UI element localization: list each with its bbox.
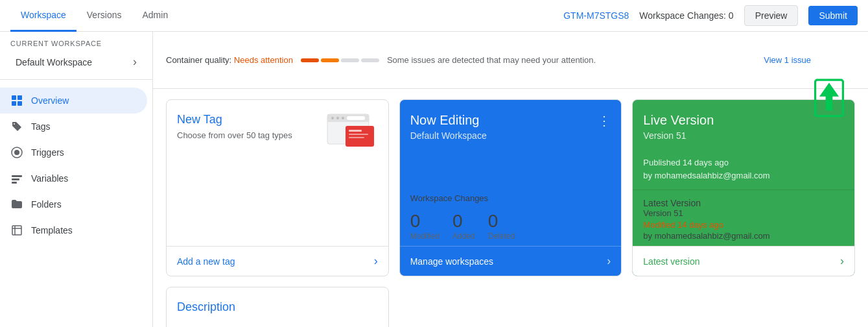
modified-label: Modified — [410, 232, 440, 241]
now-editing-footer[interactable]: Manage workspaces › — [400, 246, 622, 276]
quality-bar-1 — [301, 58, 319, 62]
three-dots-menu[interactable]: ⋮ — [598, 113, 611, 128]
latest-version-by: by mohamedsalahbiz@gmail.com — [643, 231, 844, 241]
new-tag-card: New Tag Choose from over 50 tag types — [166, 99, 389, 276]
quality-banner: Container quality: Needs attention Some … — [153, 32, 868, 89]
latest-version-link[interactable]: Latest version — [643, 256, 699, 267]
ws-changes-counts: 0 Modified 0 Added 0 Deleted — [410, 211, 611, 241]
quality-bars — [301, 58, 379, 62]
gtm-id: GTM-M7STGS8 — [563, 10, 629, 21]
latest-version-title: Latest Version — [643, 198, 844, 208]
live-version-footer[interactable]: Latest version › — [633, 246, 854, 276]
sidebar-nav: Overview Tags Trigger — [0, 85, 152, 327]
sidebar-item-overview[interactable]: Overview — [0, 88, 147, 114]
sidebar-item-triggers[interactable]: Triggers — [0, 139, 147, 165]
quality-bar-2 — [321, 58, 339, 62]
svg-rect-6 — [12, 175, 22, 177]
added-number: 0 — [452, 211, 463, 232]
workspace-name: Default Workspace — [16, 57, 92, 67]
deleted-label: Deleted — [488, 232, 515, 241]
sidebar-overview-label: Overview — [31, 95, 69, 106]
description-card-body: Description — [167, 287, 388, 327]
svg-point-15 — [336, 117, 339, 119]
sidebar-divider — [0, 79, 152, 80]
sidebar-item-tags[interactable]: Tags — [0, 114, 147, 139]
svg-rect-19 — [349, 130, 362, 132]
new-tag-content: New Tag Choose from over 50 tag types — [177, 113, 318, 140]
tag-illustration — [326, 113, 378, 152]
main-layout: CURRENT WORKSPACE Default Workspace › Ov… — [0, 32, 868, 327]
quality-bar-4 — [361, 58, 379, 62]
templates-icon — [10, 224, 23, 237]
quality-bar-3 — [341, 58, 359, 62]
nav-tabs: Workspace Versions Admin — [10, 0, 178, 31]
latest-version-chevron: › — [840, 254, 844, 268]
description-title: Description — [177, 300, 378, 314]
arrow-up-icon — [814, 79, 845, 119]
cards-grid: New Tag Choose from over 50 tag types — [153, 89, 868, 287]
svg-rect-20 — [349, 134, 368, 135]
svg-rect-8 — [12, 182, 17, 184]
new-tag-title: New Tag — [177, 113, 318, 127]
content-area: Container quality: Needs attention Some … — [153, 32, 868, 327]
workspace-changes-text: Workspace Changes: 0 — [639, 10, 733, 21]
added-label: Added — [452, 232, 475, 241]
description-card: Description Edit description › — [166, 287, 389, 327]
add-new-tag-link[interactable]: Add a new tag — [177, 256, 235, 267]
manage-workspaces-link[interactable]: Manage workspaces — [410, 256, 493, 267]
now-editing-subtitle: Default Workspace — [410, 130, 487, 141]
submit-button[interactable]: Submit — [808, 6, 858, 25]
svg-rect-18 — [346, 126, 374, 147]
svg-point-16 — [342, 117, 344, 119]
deleted-count-item: 0 Deleted — [488, 211, 515, 241]
latest-version-section: Latest Version Version 51 Modified 14 da… — [633, 189, 854, 246]
svg-rect-0 — [12, 95, 16, 100]
triggers-icon — [10, 146, 23, 159]
current-workspace-label: CURRENT WORKSPACE — [0, 32, 152, 50]
tab-admin[interactable]: Admin — [132, 0, 178, 32]
svg-marker-11 — [819, 82, 839, 110]
deleted-number: 0 — [488, 211, 499, 232]
live-published-by: by mohamedsalahbiz@gmail.com — [643, 169, 844, 182]
nav-right: GTM-M7STGS8 Workspace Changes: 0 Preview… — [563, 5, 858, 26]
sidebar-triggers-label: Triggers — [31, 147, 64, 158]
live-published-text: Published 14 days ago — [643, 156, 844, 169]
modified-number: 0 — [410, 211, 421, 232]
svg-rect-2 — [12, 101, 16, 106]
svg-point-5 — [14, 150, 19, 155]
workspace-chevron-icon: › — [133, 55, 137, 69]
quality-label: Container quality: Needs attention — [166, 55, 293, 65]
now-editing-text: Now Editing Default Workspace — [410, 113, 487, 141]
manage-workspaces-chevron: › — [607, 254, 611, 268]
svg-rect-3 — [18, 101, 22, 106]
tab-versions[interactable]: Versions — [76, 0, 132, 32]
added-count-item: 0 Added — [452, 211, 475, 241]
sidebar-folders-label: Folders — [31, 199, 62, 210]
modified-count-item: 0 Modified — [410, 211, 440, 241]
tab-workspace[interactable]: Workspace — [10, 0, 76, 32]
ws-changes-title: Workspace Changes — [410, 193, 611, 203]
sidebar-item-templates[interactable]: Templates — [0, 217, 147, 243]
top-nav: Workspace Versions Admin GTM-M7STGS8 Wor… — [0, 0, 868, 32]
variables-icon — [10, 172, 23, 185]
sidebar-templates-label: Templates — [31, 225, 73, 236]
view-issue-link[interactable]: View 1 issue — [764, 55, 811, 65]
sidebar-variables-label: Variables — [31, 173, 68, 184]
svg-rect-1 — [18, 95, 22, 100]
quality-status: Needs attention — [234, 55, 293, 65]
svg-rect-7 — [12, 178, 19, 180]
sidebar-item-folders[interactable]: Folders — [0, 191, 147, 217]
sidebar-item-variables[interactable]: Variables — [0, 165, 147, 191]
new-tag-card-body: New Tag Choose from over 50 tag types — [167, 100, 388, 246]
svg-rect-17 — [347, 116, 365, 120]
latest-version-number: Version 51 — [643, 208, 844, 218]
new-tag-footer[interactable]: Add a new tag › — [167, 246, 388, 276]
now-editing-title: Now Editing — [410, 113, 487, 128]
tags-icon — [10, 120, 23, 133]
now-editing-header: Now Editing Default Workspace ⋮ — [410, 113, 611, 141]
folders-icon — [10, 198, 23, 211]
now-editing-card: Now Editing Default Workspace ⋮ Workspac… — [399, 99, 622, 276]
svg-rect-9 — [12, 226, 21, 235]
preview-button[interactable]: Preview — [744, 5, 799, 26]
workspace-selector[interactable]: Default Workspace › — [5, 50, 147, 74]
